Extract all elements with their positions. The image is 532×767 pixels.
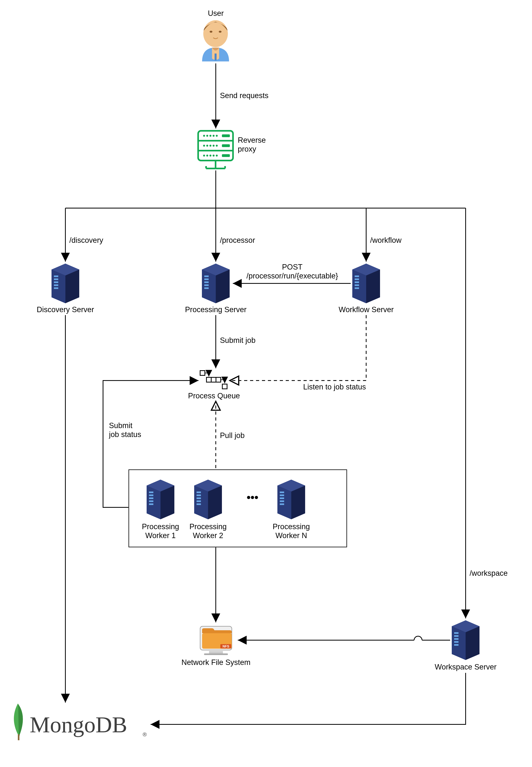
- svg-point-20: [206, 155, 208, 157]
- svg-rect-87: [280, 500, 284, 502]
- process-queue-node: Process Queue: [188, 371, 240, 400]
- svg-rect-34: [54, 278, 58, 280]
- svg-rect-86: [280, 497, 284, 499]
- svg-rect-76: [197, 494, 201, 496]
- svg-rect-24: [222, 154, 230, 157]
- user-node: User: [202, 9, 229, 61]
- workerN-label-2: Worker N: [275, 531, 307, 540]
- edge-workspace-label: /workspace: [470, 569, 508, 577]
- svg-rect-70: [149, 503, 153, 505]
- svg-rect-53: [355, 281, 359, 283]
- svg-rect-45: [204, 284, 209, 286]
- svg-point-15: [209, 145, 211, 147]
- svg-rect-37: [54, 287, 58, 289]
- svg-rect-67: [149, 494, 153, 496]
- workerN-label-1: Processing: [273, 522, 310, 531]
- mongodb-r: ®: [143, 731, 147, 737]
- discovery-server-label: Discovery Server: [37, 305, 94, 314]
- edge-post-l2: /processor/run/{executable}: [246, 272, 338, 280]
- edge-discovery-label: /discovery: [69, 236, 103, 244]
- processing-server-node: Processing Server: [185, 264, 247, 314]
- svg-rect-85: [280, 494, 284, 496]
- process-queue-label: Process Queue: [188, 392, 240, 400]
- svg-point-0: [203, 20, 228, 47]
- svg-point-13: [203, 145, 205, 147]
- svg-rect-58: [211, 377, 216, 382]
- worker2-label-2: Worker 2: [193, 531, 223, 540]
- reverse-proxy-node: Reverse proxy: [198, 131, 266, 168]
- workspace-server-node: Workspace Server: [435, 620, 497, 671]
- svg-rect-75: [197, 492, 201, 493]
- svg-point-19: [203, 155, 205, 157]
- edge-workflow-label: /workflow: [370, 236, 402, 244]
- processing-server-label: Processing Server: [185, 305, 247, 314]
- svg-rect-56: [200, 371, 205, 375]
- server-icon: [277, 480, 305, 519]
- server-icon: [52, 264, 79, 303]
- svg-point-9: [209, 135, 211, 137]
- queue-icon: [200, 371, 227, 389]
- svg-rect-102: [454, 641, 458, 643]
- svg-rect-57: [206, 377, 211, 382]
- discovery-server-node: Discovery Server: [37, 264, 94, 314]
- svg-rect-84: [280, 492, 284, 493]
- svg-point-8: [206, 135, 208, 137]
- svg-rect-42: [204, 275, 209, 277]
- svg-point-2: [219, 31, 222, 33]
- svg-rect-51: [355, 275, 359, 277]
- svg-rect-103: [454, 644, 458, 646]
- svg-rect-66: [149, 492, 153, 493]
- mongodb-leaf-icon: [14, 704, 23, 740]
- mongodb-text: MongoDB: [30, 712, 127, 737]
- architecture-diagram: User Reverse proxy: [0, 0, 532, 767]
- user-icon: [202, 20, 229, 61]
- edge-post-l1: POST: [282, 263, 302, 271]
- worker1-label-2: Worker 1: [145, 531, 176, 540]
- user-label: User: [208, 9, 224, 17]
- edge-listen-label: Listen to job status: [303, 383, 366, 391]
- nfs-badge: NFS: [223, 645, 229, 648]
- svg-point-11: [216, 135, 218, 137]
- edge-listen: [230, 315, 366, 381]
- workspace-server-label: Workspace Server: [435, 663, 497, 671]
- edge-hop: [414, 636, 422, 640]
- svg-rect-44: [204, 281, 209, 283]
- edge-processor-label: /processor: [220, 236, 255, 244]
- svg-rect-54: [355, 284, 359, 286]
- svg-rect-55: [355, 287, 359, 289]
- svg-rect-78: [197, 500, 201, 502]
- mongodb-node: MongoDB ®: [14, 704, 147, 740]
- svg-rect-33: [54, 275, 58, 277]
- server-icon: [202, 264, 230, 303]
- server-icon: [352, 264, 380, 303]
- svg-rect-94: [204, 653, 228, 655]
- proxy-icon: [198, 131, 233, 168]
- svg-rect-68: [149, 497, 153, 499]
- workflow-server-node: Workflow Server: [339, 264, 394, 314]
- svg-point-14: [206, 145, 208, 147]
- svg-rect-52: [355, 278, 359, 280]
- svg-rect-35: [54, 281, 58, 283]
- edge-pull-job-label: Pull job: [220, 431, 245, 440]
- workers-container: Processing Worker 1 Processing Worker 2 …: [129, 470, 347, 547]
- svg-rect-18: [222, 144, 230, 147]
- nfs-label: Network File System: [181, 658, 250, 667]
- svg-rect-101: [454, 638, 458, 640]
- svg-rect-99: [454, 632, 458, 634]
- svg-point-16: [213, 145, 215, 147]
- svg-point-1: [210, 31, 212, 33]
- worker2-label-1: Processing: [189, 522, 227, 531]
- edges: Send requests /discovery /processor /wor…: [65, 63, 508, 724]
- svg-point-22: [213, 155, 215, 157]
- svg-rect-43: [204, 278, 209, 280]
- server-icon: [147, 480, 174, 519]
- svg-rect-93: [209, 651, 223, 653]
- svg-point-10: [213, 135, 215, 137]
- nfs-node: NFS Network File System: [181, 626, 250, 667]
- svg-rect-12: [222, 134, 230, 137]
- svg-rect-104: [18, 734, 19, 740]
- svg-rect-69: [149, 500, 153, 502]
- svg-rect-79: [197, 503, 201, 505]
- edge-submit-status-l1: Submit: [109, 421, 133, 430]
- svg-rect-36: [54, 284, 58, 286]
